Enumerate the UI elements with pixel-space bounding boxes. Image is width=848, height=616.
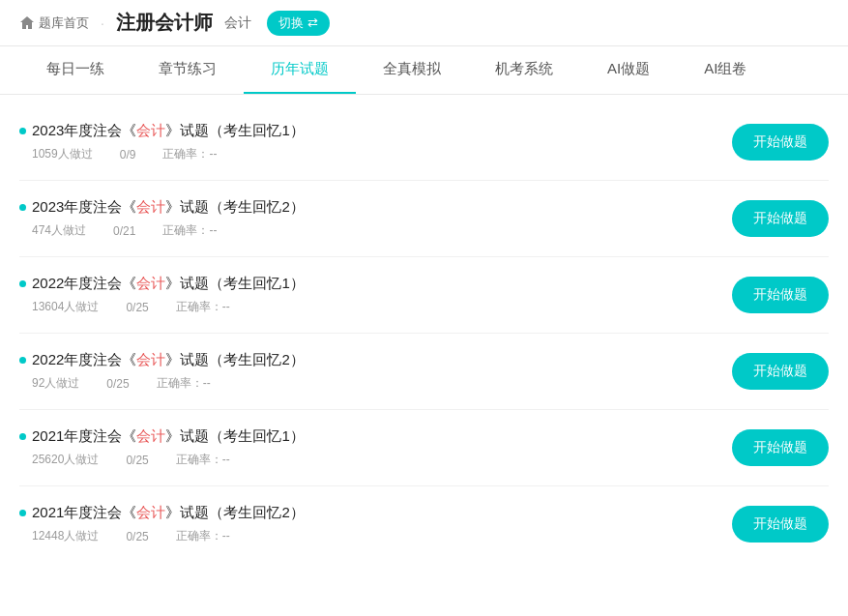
start-button[interactable]: 开始做题	[732, 429, 829, 466]
start-button[interactable]: 开始做题	[732, 200, 829, 237]
tab-ai-compose[interactable]: AI组卷	[677, 46, 774, 94]
home-icon	[19, 15, 35, 31]
people-done: 474人做过	[32, 222, 86, 239]
exam-meta: 12448人做过 0/25 正确率：--	[19, 528, 732, 544]
exam-info: 2023年度注会《会计》试题（考生回忆1） 1059人做过 0/9 正确率：--	[19, 122, 732, 162]
exam-title: 2021年度注会《会计》试题（考生回忆1）	[32, 427, 305, 446]
progress: 0/25	[106, 377, 129, 391]
list-item: 2022年度注会《会计》试题（考生回忆1） 13604人做过 0/25 正确率：…	[19, 257, 829, 334]
bullet-dot	[19, 204, 26, 211]
start-button[interactable]: 开始做题	[732, 277, 829, 313]
tab-simulation[interactable]: 全真模拟	[356, 46, 468, 94]
people-done: 92人做过	[32, 375, 79, 392]
switch-icon: ⇄	[307, 15, 318, 30]
nav-tabs: 每日一练 章节练习 历年试题 全真模拟 机考系统 AI做题 AI组卷	[0, 46, 848, 95]
progress: 0/25	[126, 530, 148, 543]
exam-title: 2022年度注会《会计》试题（考生回忆2）	[32, 351, 305, 369]
bullet-dot	[19, 433, 26, 440]
start-button[interactable]: 开始做题	[732, 124, 829, 161]
exam-meta: 1059人做过 0/9 正确率：--	[19, 146, 732, 162]
exam-title: 2023年度注会《会计》试题（考生回忆2）	[32, 198, 305, 217]
exam-info: 2022年度注会《会计》试题（考生回忆1） 13604人做过 0/25 正确率：…	[19, 275, 732, 315]
exam-title-row: 2023年度注会《会计》试题（考生回忆1）	[19, 122, 732, 140]
accuracy: 正确率：--	[176, 299, 230, 315]
exam-info: 2021年度注会《会计》试题（考生回忆1） 25620人做过 0/25 正确率：…	[19, 427, 732, 468]
exam-title-row: 2022年度注会《会计》试题（考生回忆1）	[19, 275, 732, 293]
exam-info: 2023年度注会《会计》试题（考生回忆2） 474人做过 0/21 正确率：--	[19, 198, 732, 239]
tab-daily[interactable]: 每日一练	[19, 46, 132, 94]
tab-history[interactable]: 历年试题	[244, 46, 356, 94]
bullet-dot	[19, 280, 26, 287]
people-done: 1059人做过	[32, 146, 93, 162]
exam-title-row: 2022年度注会《会计》试题（考生回忆2）	[19, 351, 732, 369]
people-done: 13604人做过	[32, 299, 99, 315]
progress: 0/25	[126, 454, 148, 467]
home-label: 题库首页	[39, 15, 89, 32]
home-link[interactable]: 题库首页	[19, 15, 89, 32]
progress: 0/9	[120, 148, 136, 161]
list-item: 2022年度注会《会计》试题（考生回忆2） 92人做过 0/25 正确率：-- …	[19, 334, 829, 410]
breadcrumb-separator: ·	[101, 15, 104, 31]
list-item: 2023年度注会《会计》试题（考生回忆2） 474人做过 0/21 正确率：--…	[19, 181, 829, 257]
start-button[interactable]: 开始做题	[732, 353, 829, 390]
accuracy: 正确率：--	[162, 222, 217, 239]
exam-info: 2021年度注会《会计》试题（考生回忆2） 12448人做过 0/25 正确率：…	[19, 504, 732, 544]
exam-title: 2023年度注会《会计》试题（考生回忆1）	[32, 122, 305, 140]
exam-meta: 92人做过 0/25 正确率：--	[19, 375, 732, 392]
progress: 0/25	[126, 301, 148, 314]
list-item: 2021年度注会《会计》试题（考生回忆1） 25620人做过 0/25 正确率：…	[19, 410, 829, 486]
tab-chapter[interactable]: 章节练习	[132, 46, 244, 94]
start-button[interactable]: 开始做题	[732, 506, 829, 543]
switch-label: 切换	[278, 15, 304, 32]
exam-info: 2022年度注会《会计》试题（考生回忆2） 92人做过 0/25 正确率：--	[19, 351, 732, 392]
tab-exam-system[interactable]: 机考系统	[468, 46, 580, 94]
list-item: 2021年度注会《会计》试题（考生回忆2） 12448人做过 0/25 正确率：…	[19, 486, 829, 562]
bullet-dot	[19, 357, 26, 364]
subject-label: 会计	[224, 15, 251, 32]
people-done: 25620人做过	[32, 452, 99, 468]
accuracy: 正确率：--	[157, 375, 211, 392]
exam-title-row: 2021年度注会《会计》试题（考生回忆2）	[19, 504, 732, 522]
people-done: 12448人做过	[32, 528, 99, 544]
accuracy: 正确率：--	[176, 528, 230, 544]
exam-title-row: 2021年度注会《会计》试题（考生回忆1）	[19, 427, 732, 446]
accuracy: 正确率：--	[162, 146, 217, 162]
exam-title: 2022年度注会《会计》试题（考生回忆1）	[32, 275, 305, 293]
header: 题库首页 · 注册会计师 会计 切换 ⇄	[0, 0, 848, 46]
progress: 0/21	[113, 224, 135, 238]
bullet-dot	[19, 510, 26, 516]
exam-meta: 13604人做过 0/25 正确率：--	[19, 299, 732, 315]
switch-button[interactable]: 切换 ⇄	[267, 11, 330, 36]
accuracy: 正确率：--	[176, 452, 230, 468]
list-item: 2023年度注会《会计》试题（考生回忆1） 1059人做过 0/9 正确率：--…	[19, 104, 829, 181]
page-title: 注册会计师	[116, 10, 213, 36]
exam-title: 2021年度注会《会计》试题（考生回忆2）	[32, 504, 305, 522]
exam-meta: 25620人做过 0/25 正确率：--	[19, 452, 732, 468]
exam-title-row: 2023年度注会《会计》试题（考生回忆2）	[19, 198, 732, 217]
tab-ai-practice[interactable]: AI做题	[580, 46, 677, 94]
bullet-dot	[19, 128, 26, 134]
exam-list: 2023年度注会《会计》试题（考生回忆1） 1059人做过 0/9 正确率：--…	[0, 95, 848, 572]
exam-meta: 474人做过 0/21 正确率：--	[19, 222, 732, 239]
